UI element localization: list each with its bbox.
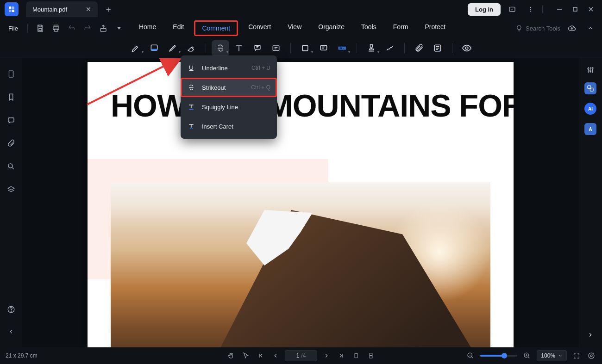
zoom-out-icon[interactable] [465, 351, 476, 361]
dropdown-strikeout[interactable]: Strikeout Ctrl + Q [181, 78, 277, 97]
dropdown-caret[interactable]: Insert Caret [181, 117, 277, 136]
zoom-select[interactable]: 100% [537, 350, 567, 361]
document-viewport[interactable]: HOW ARE MOUNTAINS FORMED? [22, 58, 579, 347]
text-box-tool[interactable] [267, 40, 285, 56]
comments-icon[interactable] [5, 114, 18, 127]
close-button[interactable] [583, 2, 598, 17]
layers-icon[interactable] [5, 183, 18, 196]
stamp-tool[interactable]: ▾ [363, 40, 380, 56]
svg-point-39 [589, 353, 594, 358]
text-tool[interactable] [230, 40, 248, 56]
fit-page-icon[interactable] [586, 351, 596, 361]
strikeout-icon [187, 83, 195, 92]
page-size-label: 21 x 29.7 cm [6, 352, 38, 359]
nav-organize[interactable]: Organize [312, 20, 351, 36]
continuous-page-icon[interactable] [365, 350, 376, 361]
next-page-icon[interactable] [321, 350, 332, 361]
highlight-tool[interactable]: ▾ [127, 40, 144, 56]
signature-tool[interactable] [381, 40, 399, 56]
eraser-tool[interactable] [182, 40, 200, 56]
prev-page-icon[interactable] [270, 350, 281, 361]
page-number-input[interactable]: 1 /4 [285, 350, 317, 361]
svg-rect-16 [255, 45, 260, 49]
nav-comment[interactable]: Comment [194, 20, 238, 36]
login-button[interactable]: Log in [468, 3, 501, 16]
search-tools[interactable]: Search Tools [515, 25, 560, 32]
thumbnails-icon[interactable] [5, 68, 18, 80]
last-page-icon[interactable] [336, 350, 347, 361]
collapse-left-icon[interactable] [5, 325, 18, 338]
svg-point-7 [530, 11, 531, 12]
nav-convert[interactable]: Convert [242, 20, 277, 36]
text-callout-tool[interactable] [249, 40, 266, 56]
dropdown-label: Insert Caret [202, 123, 233, 130]
document-tab[interactable]: Mountain.pdf ✕ [26, 1, 98, 17]
nav-edit[interactable]: Edit [166, 20, 190, 36]
svg-point-22 [465, 47, 468, 49]
collapse-ribbon-icon[interactable] [583, 21, 597, 35]
first-page-icon[interactable] [255, 350, 266, 361]
ai-badge[interactable]: AI [584, 103, 596, 115]
nav-protect[interactable]: Protect [418, 20, 452, 36]
attachments-icon[interactable] [5, 137, 18, 150]
translate-badge[interactable] [584, 82, 596, 94]
svg-rect-15 [151, 49, 157, 50]
dropdown-label: Underline [202, 65, 228, 72]
dropdown-squiggly[interactable]: Squiggly Line [181, 97, 277, 117]
titlebar: Mountain.pdf ✕ ＋ Log in [0, 0, 602, 19]
select-tool-icon[interactable] [240, 350, 251, 361]
squiggly-icon [187, 103, 195, 111]
nav-view[interactable]: View [281, 20, 308, 36]
add-tab-button[interactable]: ＋ [104, 4, 113, 15]
svg-rect-1 [12, 6, 14, 9]
hand-tool-icon[interactable] [226, 350, 237, 361]
svg-rect-17 [273, 46, 279, 50]
undo-icon[interactable] [65, 21, 79, 35]
save-icon[interactable] [33, 21, 47, 35]
maximize-button[interactable] [568, 2, 583, 17]
zoom-slider[interactable] [480, 355, 517, 357]
close-tab-icon[interactable]: ✕ [86, 6, 91, 12]
nav-form[interactable]: Form [387, 20, 415, 36]
chevron-down-icon [558, 353, 563, 358]
underline-icon [187, 64, 195, 72]
bookmarks-icon[interactable] [5, 91, 18, 104]
dropdown-label: Strikeout [202, 84, 226, 91]
area-highlight-tool[interactable] [145, 40, 163, 56]
file-menu[interactable]: File [5, 22, 22, 35]
sidebar-right: AI A [579, 58, 602, 347]
dropdown-underline[interactable]: Underline Ctrl + U [181, 58, 277, 78]
svg-rect-34 [355, 353, 357, 358]
expand-right-icon[interactable] [587, 332, 594, 338]
svg-rect-18 [302, 45, 308, 51]
single-page-icon[interactable] [351, 350, 362, 361]
search-icon[interactable] [5, 160, 18, 173]
quick-access-dropdown-icon[interactable] [112, 21, 126, 35]
attachment-tool[interactable] [410, 40, 428, 56]
search-tools-label: Search Tools [526, 25, 560, 32]
message-icon[interactable] [505, 2, 519, 16]
svg-rect-0 [9, 6, 11, 9]
properties-icon[interactable] [586, 66, 595, 74]
comments-panel-tool[interactable] [429, 40, 446, 56]
print-icon[interactable] [49, 21, 63, 35]
measure-tool[interactable]: ▾ [333, 40, 351, 56]
note-tool[interactable] [315, 40, 332, 56]
hide-comments-tool[interactable] [458, 40, 476, 56]
help-icon[interactable] [5, 303, 18, 316]
nav-home[interactable]: Home [132, 20, 163, 36]
pencil-tool[interactable]: ▾ [164, 40, 182, 56]
nav-tools[interactable]: Tools [355, 20, 383, 36]
zoom-in-icon[interactable] [522, 351, 532, 361]
minimize-button[interactable] [552, 2, 567, 17]
strikeout-dropdown: Underline Ctrl + U Strikeout Ctrl + Q Sq… [181, 56, 277, 139]
redo-icon[interactable] [81, 21, 94, 35]
strikeout-tool[interactable]: ▾ [212, 40, 229, 56]
cloud-upload-icon[interactable] [565, 21, 579, 35]
share-icon[interactable] [96, 21, 110, 35]
shape-tool[interactable]: ▾ [296, 40, 314, 56]
svg-rect-9 [39, 29, 42, 31]
word-badge[interactable]: A [584, 123, 596, 135]
more-icon[interactable] [524, 2, 538, 16]
fullscreen-icon[interactable] [571, 351, 582, 361]
